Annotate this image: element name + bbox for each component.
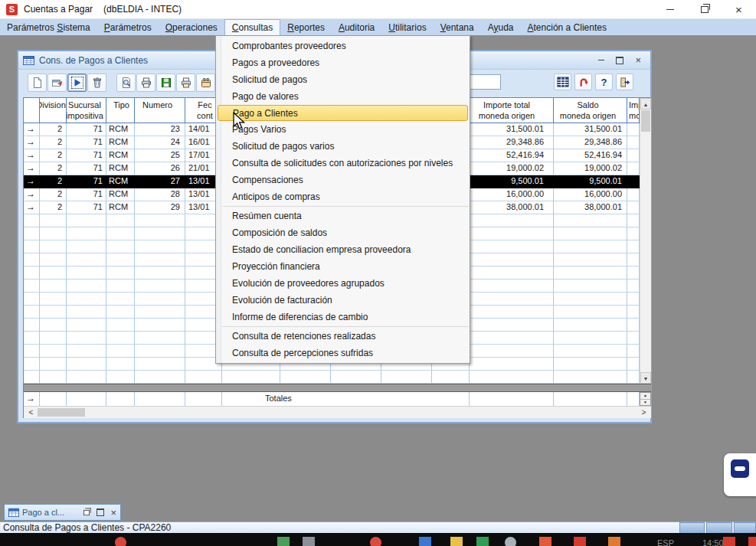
cell-division[interactable]: 2 xyxy=(40,149,67,162)
menu-item-consulta-percepciones[interactable]: Consulta de percepciones sufridas xyxy=(216,345,470,361)
cell-tipo[interactable]: RCM xyxy=(106,188,135,201)
menubar-item-ayuda[interactable]: Ayuda xyxy=(481,19,521,35)
taskbar-app-icon[interactable] xyxy=(277,537,290,546)
cell-sucursal[interactable]: 71 xyxy=(67,175,106,188)
cell-saldo[interactable]: 52,416.94 xyxy=(554,149,627,162)
cell-sucursal[interactable]: 71 xyxy=(67,123,106,136)
close-button[interactable]: × xyxy=(722,0,756,19)
cell-numero[interactable]: 29 xyxy=(135,201,185,214)
col-header-sucursal[interactable]: Sucursalimpositiva xyxy=(67,98,106,123)
menubar-item-ventana[interactable]: Ventana xyxy=(434,19,481,35)
spin-down-icon[interactable]: ▼ xyxy=(640,400,650,406)
col-header-importe[interactable]: Importe totalmoneda origen xyxy=(470,98,554,123)
menu-item-compensaciones[interactable]: Compensaciones xyxy=(216,172,470,188)
cell-importe[interactable]: 38,000.01 xyxy=(470,201,554,214)
cell-division[interactable]: 2 xyxy=(40,123,67,136)
totals-spin-control[interactable]: ▲ ▼ xyxy=(640,392,651,406)
menubar-item-reportes[interactable]: Reportes xyxy=(280,19,332,35)
taskbar-clock[interactable]: 14:50 xyxy=(702,538,724,546)
menu-item-pago-de-valores[interactable]: Pago de valores xyxy=(216,88,470,105)
menu-item-consulta-retenciones[interactable]: Consulta de retenciones realizadas xyxy=(216,328,470,345)
menu-item-solicitud-de-pagos[interactable]: Solicitud de pagos xyxy=(216,71,470,88)
cell-numero[interactable]: 24 xyxy=(135,136,185,149)
menu-item-pagos-a-proveedores[interactable]: Pagos a proveedores xyxy=(216,54,470,71)
cell-sucursal[interactable]: 71 xyxy=(67,136,106,149)
menu-item-estado-conciliacion[interactable]: Estado de conciliacion empresa proveedor… xyxy=(216,241,470,258)
cell-partial[interactable] xyxy=(627,188,640,201)
taskbar-app-icon[interactable] xyxy=(450,537,463,546)
print-preview-button[interactable] xyxy=(116,74,136,92)
child-maximize-button[interactable] xyxy=(616,57,623,64)
scroll-left-button[interactable]: < xyxy=(25,407,37,417)
row-selector[interactable] xyxy=(24,123,40,136)
row-selector[interactable] xyxy=(24,201,40,214)
child-minimize-button[interactable] xyxy=(598,60,604,60)
grid-horizontal-scrollbar[interactable]: < > xyxy=(24,406,651,418)
col-header-tipo[interactable]: Tipo xyxy=(106,98,135,123)
taskbar-app-icon[interactable] xyxy=(539,537,551,546)
taskbar[interactable]: ESP 14:50 xyxy=(0,533,756,546)
col-header-numero[interactable]: Numero xyxy=(135,98,185,123)
col-header-saldo[interactable]: Saldomoneda origen xyxy=(554,98,627,123)
menu-item-comprobantes-proveedores[interactable]: Comprobantes proveedores xyxy=(216,38,470,54)
row-selector[interactable] xyxy=(24,136,40,149)
min-restore-button[interactable] xyxy=(83,509,90,516)
cell-partial[interactable] xyxy=(627,136,640,149)
menubar-item-operaciones[interactable]: Operaciones xyxy=(159,19,224,35)
cell-importe[interactable]: 29,348.86 xyxy=(470,136,554,149)
cell-importe[interactable]: 9,500.01 xyxy=(470,175,554,188)
cell-importe[interactable]: 19,000.02 xyxy=(470,162,554,175)
menubar-item-atencion-clientes[interactable]: Atención a Clientes xyxy=(521,19,614,35)
cell-numero[interactable]: 26 xyxy=(135,162,185,175)
menu-item-anticipos-de-compras[interactable]: Anticipos de compras xyxy=(216,188,470,205)
cell-sucursal[interactable]: 71 xyxy=(67,162,106,175)
print-setup-button[interactable] xyxy=(176,74,195,92)
menu-item-resumen-cuenta[interactable]: Resúmen cuenta xyxy=(216,208,470,224)
cell-importe[interactable]: 31,500.01 xyxy=(470,123,554,136)
cell-partial[interactable] xyxy=(627,162,640,175)
cell-saldo[interactable]: 9,500.01 xyxy=(554,175,627,188)
cell-saldo[interactable]: 29,348.86 xyxy=(554,136,627,149)
remote-control-tab[interactable] xyxy=(724,453,756,496)
cell-importe[interactable]: 52,416.94 xyxy=(470,149,554,162)
cell-tipo[interactable]: RCM xyxy=(106,123,135,136)
menu-item-evolucion-facturacion[interactable]: Evolución de facturación xyxy=(216,292,470,309)
taskbar-app-icon[interactable] xyxy=(574,537,586,546)
taskbar-language[interactable]: ESP xyxy=(657,538,674,546)
menu-item-pagos-varios[interactable]: Pagos Varios xyxy=(216,121,470,138)
cell-tipo[interactable]: RCM xyxy=(106,136,135,149)
cell-partial[interactable] xyxy=(627,149,640,162)
properties-button[interactable] xyxy=(47,74,67,92)
menu-item-solicitud-pagos-varios[interactable]: Solicitud de pagos varios xyxy=(216,138,470,155)
menubar-item-parametros-sistema[interactable]: Parámetros Sistema xyxy=(0,19,97,35)
taskbar-app-icon[interactable] xyxy=(419,537,431,546)
print-button[interactable] xyxy=(136,74,155,92)
cell-importe[interactable]: 16,000.00 xyxy=(470,188,554,201)
cell-partial[interactable] xyxy=(627,175,640,188)
cell-tipo[interactable]: RCM xyxy=(106,175,135,188)
cell-sucursal[interactable]: 71 xyxy=(67,201,106,214)
menubar-item-consultas[interactable]: Consultas xyxy=(224,19,280,35)
cell-tipo[interactable]: RCM xyxy=(106,162,135,175)
cell-division[interactable]: 2 xyxy=(40,162,67,175)
data-table-button[interactable] xyxy=(554,74,571,90)
taskbar-app-icon[interactable] xyxy=(505,537,516,546)
refresh-button[interactable] xyxy=(574,74,592,90)
cell-partial[interactable] xyxy=(627,201,640,214)
menu-item-proyeccion-financiera[interactable]: Proyección financiera xyxy=(216,258,470,275)
cell-division[interactable]: 2 xyxy=(40,201,67,214)
menu-item-evolucion-proveedores[interactable]: Evolución de proveedores agrupados xyxy=(216,275,470,292)
row-selector[interactable] xyxy=(24,188,40,201)
minimized-window-pago-a-clientes[interactable]: Pago a cl... × xyxy=(4,504,121,521)
cell-tipo[interactable]: RCM xyxy=(106,201,135,214)
contacts-button[interactable] xyxy=(196,74,215,92)
min-maximize-button[interactable] xyxy=(97,508,104,516)
menu-item-pago-a-clientes[interactable]: Pago a Clientes xyxy=(218,105,468,121)
scroll-down-button[interactable]: ▼ xyxy=(640,372,651,384)
exit-button[interactable] xyxy=(616,74,633,90)
taskbar-app-icon[interactable] xyxy=(476,537,489,546)
minimize-button[interactable] xyxy=(653,0,687,19)
col-header-division[interactable]: Division xyxy=(40,98,67,123)
cell-saldo[interactable]: 19,000.02 xyxy=(554,162,627,175)
taskbar-app-icon[interactable] xyxy=(115,537,126,546)
